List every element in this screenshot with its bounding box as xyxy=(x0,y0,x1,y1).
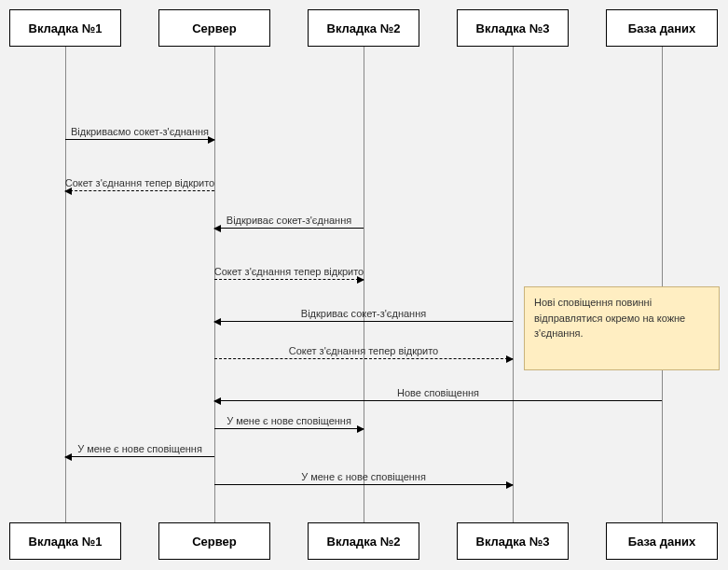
actor-label: Вкладка №2 xyxy=(327,535,401,549)
message-line xyxy=(214,228,364,229)
actor-db-top: База даних xyxy=(606,9,718,47)
actor-tab3-top: Вкладка №3 xyxy=(457,9,569,47)
arrow-right-icon xyxy=(357,425,364,433)
actor-tab1-top: Вкладка №1 xyxy=(9,9,121,47)
message-label: Сокет з'єднання тепер відкрито xyxy=(289,345,438,356)
message-line xyxy=(214,484,513,485)
actor-label: Вкладка №3 xyxy=(476,21,550,35)
actor-tab2-bottom: Вкладка №2 xyxy=(308,522,419,560)
message-line xyxy=(214,321,513,322)
message: Відкриває сокет-з'єднання xyxy=(214,307,513,322)
message: Відкриває сокет-з'єднання xyxy=(214,214,364,229)
message: Нове сповіщення xyxy=(214,386,662,401)
actor-label: Вкладка №3 xyxy=(476,535,550,549)
message: У мене є нове сповіщення xyxy=(65,442,214,457)
actor-server-bottom: Сервер xyxy=(158,522,270,560)
message-label: Сокет з'єднання тепер відкрито xyxy=(65,177,214,188)
actor-label: Вкладка №1 xyxy=(29,21,103,35)
message: Сокет з'єднання тепер відкрито xyxy=(214,344,513,359)
actor-label: Вкладка №1 xyxy=(29,535,103,549)
message-label: Сокет з'єднання тепер відкрито xyxy=(214,266,364,277)
actor-label: Сервер xyxy=(192,21,237,35)
message: У мене є нове сповіщення xyxy=(214,470,513,485)
message-label: Відкриваємо сокет-з'єднання xyxy=(71,126,209,137)
actor-label: Вкладка №2 xyxy=(327,21,401,35)
message: Сокет з'єднання тепер відкрито xyxy=(214,265,364,280)
arrow-right-icon xyxy=(506,481,514,489)
arrow-left-icon xyxy=(213,225,221,232)
lifeline-server xyxy=(214,47,215,522)
actor-tab2-top: Вкладка №2 xyxy=(308,9,419,47)
arrow-right-icon xyxy=(357,276,364,284)
actor-label: Сервер xyxy=(192,535,237,549)
note: Нові сповіщення повинні відправлятися ок… xyxy=(524,286,720,370)
message-label: Відкриває сокет-з'єднання xyxy=(301,308,426,319)
sequence-diagram: Вкладка №1Вкладка №1СерверСерверВкладка … xyxy=(0,0,728,570)
lifeline-db xyxy=(662,47,663,522)
message-label: У мене є нове сповіщення xyxy=(227,415,351,426)
message-line xyxy=(214,428,364,429)
message: У мене є нове сповіщення xyxy=(214,414,364,429)
arrow-right-icon xyxy=(208,136,215,144)
message-line xyxy=(65,139,214,140)
lifeline-tab3 xyxy=(513,47,514,522)
arrow-left-icon xyxy=(64,188,72,195)
message-label: Відкриває сокет-з'єднання xyxy=(227,215,351,226)
message: Відкриваємо сокет-з'єднання xyxy=(65,125,214,140)
actor-tab3-bottom: Вкладка №3 xyxy=(457,522,569,560)
actor-server-top: Сервер xyxy=(158,9,270,47)
actor-tab1-bottom: Вкладка №1 xyxy=(9,522,121,560)
arrow-left-icon xyxy=(64,453,72,461)
arrow-left-icon xyxy=(213,318,221,326)
actor-label: База даних xyxy=(628,21,695,35)
arrow-right-icon xyxy=(506,355,514,363)
actor-db-bottom: База даних xyxy=(606,522,718,560)
message-line xyxy=(214,279,364,280)
message-line xyxy=(214,400,662,401)
lifeline-tab2 xyxy=(364,47,364,522)
actor-label: База даних xyxy=(628,535,695,549)
arrow-left-icon xyxy=(213,397,221,405)
message-label: Нове сповіщення xyxy=(397,387,479,398)
note-text: Нові сповіщення повинні відправлятися ок… xyxy=(534,297,685,339)
message-label: У мене є нове сповіщення xyxy=(301,471,426,482)
message-line xyxy=(65,190,214,191)
message-line xyxy=(65,456,214,457)
message-label: У мене є нове сповіщення xyxy=(77,443,202,454)
message: Сокет з'єднання тепер відкрито xyxy=(65,176,214,191)
message-line xyxy=(214,358,513,359)
